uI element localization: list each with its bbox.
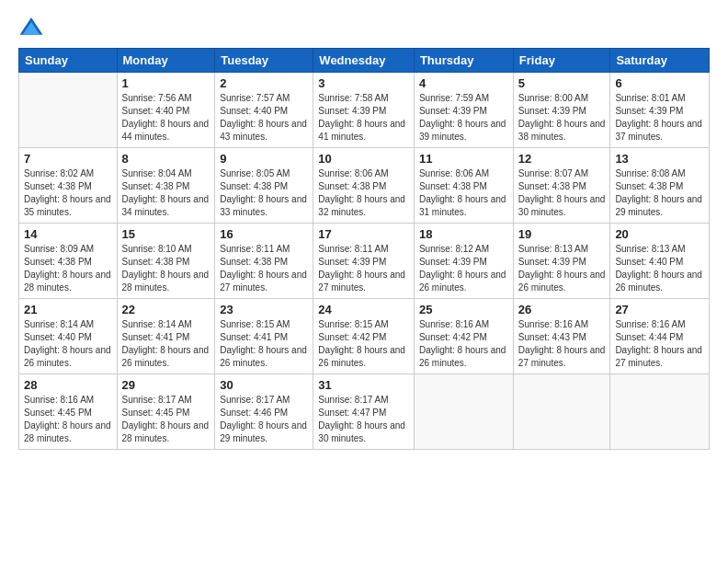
calendar-cell: [513, 374, 610, 450]
day-info: Sunrise: 8:10 AMSunset: 4:38 PMDaylight:…: [122, 243, 210, 294]
day-number: 6: [615, 76, 704, 90]
day-number: 21: [24, 303, 112, 316]
day-number: 11: [419, 152, 508, 166]
calendar-cell: 3Sunrise: 7:58 AMSunset: 4:39 PMDaylight…: [313, 73, 415, 148]
day-info: Sunrise: 8:06 AMSunset: 4:38 PMDaylight:…: [419, 167, 508, 219]
calendar-cell: 4Sunrise: 7:59 AMSunset: 4:39 PMDaylight…: [414, 73, 513, 148]
day-info: Sunrise: 8:04 AMSunset: 4:38 PMDaylight:…: [122, 167, 210, 219]
day-info: Sunrise: 8:15 AMSunset: 4:42 PMDaylight:…: [318, 318, 409, 370]
calendar-cell: 10Sunrise: 8:06 AMSunset: 4:38 PMDayligh…: [313, 148, 415, 224]
day-number: 22: [122, 303, 210, 316]
calendar-cell: 25Sunrise: 8:16 AMSunset: 4:42 PMDayligh…: [414, 299, 513, 374]
day-info: Sunrise: 8:15 AMSunset: 4:41 PMDaylight:…: [220, 318, 308, 370]
day-number: 28: [24, 378, 112, 392]
day-info: Sunrise: 8:11 AMSunset: 4:38 PMDaylight:…: [220, 243, 308, 294]
calendar-cell: [19, 73, 118, 148]
day-info: Sunrise: 8:14 AMSunset: 4:41 PMDaylight:…: [122, 318, 210, 370]
day-info: Sunrise: 8:08 AMSunset: 4:38 PMDaylight:…: [615, 167, 704, 219]
day-info: Sunrise: 7:56 AMSunset: 4:40 PMDaylight:…: [122, 92, 210, 144]
day-info: Sunrise: 8:09 AMSunset: 4:38 PMDaylight:…: [24, 243, 112, 294]
day-info: Sunrise: 8:17 AMSunset: 4:46 PMDaylight:…: [220, 394, 308, 445]
weekday-header-thursday: Thursday: [414, 49, 513, 73]
day-info: Sunrise: 8:01 AMSunset: 4:39 PMDaylight:…: [615, 92, 704, 144]
day-number: 18: [419, 227, 508, 241]
day-info: Sunrise: 8:16 AMSunset: 4:44 PMDaylight:…: [615, 318, 704, 370]
day-number: 5: [518, 76, 606, 90]
day-number: 16: [220, 227, 308, 241]
calendar-cell: 1Sunrise: 7:56 AMSunset: 4:40 PMDaylight…: [117, 73, 215, 148]
day-info: Sunrise: 7:57 AMSunset: 4:40 PMDaylight:…: [220, 92, 308, 144]
day-info: Sunrise: 8:17 AMSunset: 4:45 PMDaylight:…: [122, 394, 210, 445]
day-number: 17: [318, 227, 409, 241]
day-number: 8: [122, 152, 210, 166]
day-number: 20: [615, 227, 704, 241]
day-number: 30: [220, 378, 308, 392]
day-number: 15: [122, 227, 210, 241]
day-info: Sunrise: 7:58 AMSunset: 4:39 PMDaylight:…: [318, 92, 409, 144]
calendar-cell: 21Sunrise: 8:14 AMSunset: 4:40 PMDayligh…: [19, 299, 118, 374]
day-number: 31: [318, 378, 409, 392]
week-row-2: 7Sunrise: 8:02 AMSunset: 4:38 PMDaylight…: [19, 148, 710, 224]
day-info: Sunrise: 8:16 AMSunset: 4:42 PMDaylight:…: [419, 318, 508, 370]
logo-icon: [18, 15, 44, 40]
day-number: 25: [419, 303, 508, 316]
day-info: Sunrise: 8:17 AMSunset: 4:47 PMDaylight:…: [318, 394, 409, 445]
day-info: Sunrise: 8:00 AMSunset: 4:39 PMDaylight:…: [518, 92, 606, 144]
calendar-cell: 19Sunrise: 8:13 AMSunset: 4:39 PMDayligh…: [513, 224, 610, 299]
day-info: Sunrise: 8:13 AMSunset: 4:39 PMDaylight:…: [518, 243, 606, 294]
header-row: [18, 15, 710, 40]
calendar-cell: 6Sunrise: 8:01 AMSunset: 4:39 PMDaylight…: [610, 73, 710, 148]
day-number: 2: [220, 76, 308, 90]
weekday-header-friday: Friday: [513, 49, 610, 73]
calendar-cell: 22Sunrise: 8:14 AMSunset: 4:41 PMDayligh…: [117, 299, 215, 374]
calendar-cell: 5Sunrise: 8:00 AMSunset: 4:39 PMDaylight…: [513, 73, 610, 148]
calendar-cell: 29Sunrise: 8:17 AMSunset: 4:45 PMDayligh…: [117, 374, 215, 450]
calendar-cell: 13Sunrise: 8:08 AMSunset: 4:38 PMDayligh…: [610, 148, 710, 224]
day-number: 9: [220, 152, 308, 166]
week-row-5: 28Sunrise: 8:16 AMSunset: 4:45 PMDayligh…: [19, 374, 710, 450]
page-container: SundayMondayTuesdayWednesdayThursdayFrid…: [0, 0, 728, 459]
day-number: 12: [518, 152, 606, 166]
calendar-cell: 14Sunrise: 8:09 AMSunset: 4:38 PMDayligh…: [19, 224, 118, 299]
day-number: 13: [615, 152, 704, 166]
calendar-cell: 12Sunrise: 8:07 AMSunset: 4:38 PMDayligh…: [513, 148, 610, 224]
calendar-cell: 20Sunrise: 8:13 AMSunset: 4:40 PMDayligh…: [610, 224, 710, 299]
calendar-cell: 23Sunrise: 8:15 AMSunset: 4:41 PMDayligh…: [215, 299, 313, 374]
calendar-cell: 18Sunrise: 8:12 AMSunset: 4:39 PMDayligh…: [414, 224, 513, 299]
calendar-cell: 16Sunrise: 8:11 AMSunset: 4:38 PMDayligh…: [215, 224, 313, 299]
weekday-header-saturday: Saturday: [610, 49, 710, 73]
day-number: 27: [615, 303, 704, 316]
calendar-cell: [610, 374, 710, 450]
calendar-cell: 11Sunrise: 8:06 AMSunset: 4:38 PMDayligh…: [414, 148, 513, 224]
day-number: 1: [122, 76, 210, 90]
week-row-4: 21Sunrise: 8:14 AMSunset: 4:40 PMDayligh…: [19, 299, 710, 374]
calendar-cell: [414, 374, 513, 450]
day-info: Sunrise: 8:07 AMSunset: 4:38 PMDaylight:…: [518, 167, 606, 219]
calendar-table: SundayMondayTuesdayWednesdayThursdayFrid…: [18, 48, 710, 450]
day-number: 26: [518, 303, 606, 316]
weekday-header-wednesday: Wednesday: [313, 49, 415, 73]
day-number: 3: [318, 76, 409, 90]
day-number: 7: [24, 152, 112, 166]
day-info: Sunrise: 7:59 AMSunset: 4:39 PMDaylight:…: [419, 92, 508, 144]
weekday-header-sunday: Sunday: [19, 49, 118, 73]
day-info: Sunrise: 8:11 AMSunset: 4:39 PMDaylight:…: [318, 243, 409, 294]
day-info: Sunrise: 8:16 AMSunset: 4:45 PMDaylight:…: [24, 394, 112, 445]
week-row-1: 1Sunrise: 7:56 AMSunset: 4:40 PMDaylight…: [19, 73, 710, 148]
calendar-cell: 28Sunrise: 8:16 AMSunset: 4:45 PMDayligh…: [19, 374, 118, 450]
day-info: Sunrise: 8:06 AMSunset: 4:38 PMDaylight:…: [318, 167, 409, 219]
calendar-cell: 17Sunrise: 8:11 AMSunset: 4:39 PMDayligh…: [313, 224, 415, 299]
day-info: Sunrise: 8:12 AMSunset: 4:39 PMDaylight:…: [419, 243, 508, 294]
calendar-cell: 27Sunrise: 8:16 AMSunset: 4:44 PMDayligh…: [610, 299, 710, 374]
day-number: 24: [318, 303, 409, 316]
day-number: 4: [419, 76, 508, 90]
calendar-cell: 8Sunrise: 8:04 AMSunset: 4:38 PMDaylight…: [117, 148, 215, 224]
calendar-cell: 30Sunrise: 8:17 AMSunset: 4:46 PMDayligh…: [215, 374, 313, 450]
weekday-header-tuesday: Tuesday: [215, 49, 313, 73]
day-number: 19: [518, 227, 606, 241]
calendar-cell: 7Sunrise: 8:02 AMSunset: 4:38 PMDaylight…: [19, 148, 118, 224]
week-row-3: 14Sunrise: 8:09 AMSunset: 4:38 PMDayligh…: [19, 224, 710, 299]
calendar-cell: 2Sunrise: 7:57 AMSunset: 4:40 PMDaylight…: [215, 73, 313, 148]
calendar-cell: 9Sunrise: 8:05 AMSunset: 4:38 PMDaylight…: [215, 148, 313, 224]
weekday-header-monday: Monday: [117, 49, 215, 73]
